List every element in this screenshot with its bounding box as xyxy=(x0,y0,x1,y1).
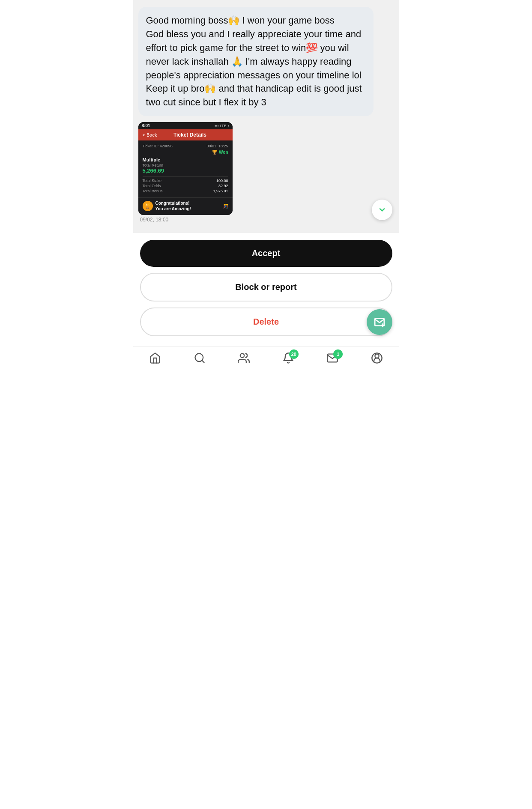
ticket-date: 09/01, 18:25 xyxy=(206,144,228,148)
ticket-stake-label: Total Stake xyxy=(143,179,162,183)
nav-profile[interactable] xyxy=(371,352,383,367)
svg-point-5 xyxy=(240,354,244,358)
ticket-signal: ▪▪▪ LTE ▪ xyxy=(215,124,229,128)
ticket-won-label: Won xyxy=(219,150,228,155)
ticket-total-return-value: 5,266.69 xyxy=(143,167,228,174)
ticket-id: Ticket ID: 420096 xyxy=(143,144,173,148)
ticket-bonus-value: 1,975.01 xyxy=(213,189,228,193)
profile-icon xyxy=(371,352,383,367)
congrats-icon: 🏆 xyxy=(143,201,153,211)
message-bubble: Good morning boss🙌 I won your game boss … xyxy=(138,7,374,116)
nav-people[interactable] xyxy=(238,352,250,367)
ticket-bonus-row: Total Bonus 1,975.01 xyxy=(143,189,228,193)
nav-home[interactable] xyxy=(149,352,161,367)
ticket-body: Ticket ID: 420096 09/01, 18:25 🏆 Won Mul… xyxy=(138,140,233,197)
delete-button[interactable]: Delete xyxy=(140,307,392,336)
ticket-title: Ticket Details xyxy=(160,132,219,138)
message-text: Good morning boss🙌 I won your game boss … xyxy=(146,15,362,107)
ticket-divider xyxy=(143,176,228,177)
nav-notifications[interactable]: 20 xyxy=(282,352,294,367)
ticket-odds-row: Total Odds 32.92 xyxy=(143,184,228,188)
ticket-type: Multiple xyxy=(143,157,228,162)
ticket-stake-value: 100.00 xyxy=(216,179,228,183)
ticket-status-bar: 8:01 ▪▪▪ LTE ▪ xyxy=(138,122,233,129)
confetti-icon: 🎊 xyxy=(223,204,228,209)
compose-fab-button[interactable] xyxy=(367,309,392,335)
chat-area: Good morning boss🙌 I won your game boss … xyxy=(133,0,399,233)
accept-button[interactable]: Accept xyxy=(140,240,392,267)
ticket-time: 8:01 xyxy=(142,123,150,128)
ticket-screenshot: 8:01 ▪▪▪ LTE ▪ < Back Ticket Details Tic… xyxy=(138,122,233,215)
message-timestamp: 09/02, 18:00 xyxy=(140,217,233,223)
congrats-text: Congratulations! You are Amazing! xyxy=(155,200,191,212)
delete-row: Delete xyxy=(140,307,392,336)
ticket-back-btn[interactable]: < Back xyxy=(143,132,157,137)
ticket-header: < Back Ticket Details xyxy=(138,129,233,140)
search-icon xyxy=(194,352,206,367)
home-icon xyxy=(149,352,161,367)
bell-badge: 20 xyxy=(289,349,299,359)
ticket-id-row: Ticket ID: 420096 09/01, 18:25 xyxy=(143,144,228,148)
bottom-nav: 20 1 xyxy=(133,346,399,374)
nav-messages[interactable]: 1 xyxy=(326,352,338,367)
people-icon xyxy=(238,352,250,367)
ticket-odds-value: 32.92 xyxy=(218,184,228,188)
svg-point-6 xyxy=(375,354,379,358)
actions-area: Accept Block or report Delete xyxy=(133,233,399,346)
ticket-bonus-label: Total Bonus xyxy=(143,189,163,193)
scroll-down-button[interactable] xyxy=(372,200,392,220)
ticket-congrats: 🏆 Congratulations! You are Amazing! 🎊 xyxy=(138,197,233,215)
nav-search[interactable] xyxy=(194,352,206,367)
mail-badge: 1 xyxy=(333,349,343,359)
ticket-odds-label: Total Odds xyxy=(143,184,161,188)
block-report-button[interactable]: Block or report xyxy=(140,273,392,302)
svg-line-4 xyxy=(202,361,204,363)
ticket-won-row: 🏆 Won xyxy=(143,150,228,155)
ticket-stake-row: Total Stake 100.00 xyxy=(143,179,228,183)
ticket-total-return-label: Total Return xyxy=(143,163,228,167)
ticket-image-container: 8:01 ▪▪▪ LTE ▪ < Back Ticket Details Tic… xyxy=(138,122,233,223)
